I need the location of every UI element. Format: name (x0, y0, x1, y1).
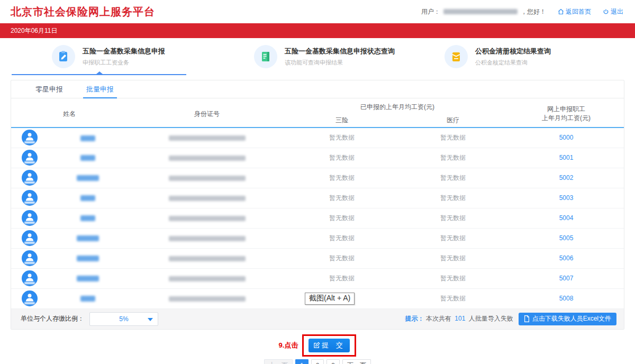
online-wage-link[interactable]: 5001 (509, 148, 624, 168)
home-icon (558, 8, 564, 15)
employee-name-redacted[interactable] (77, 175, 99, 181)
deposit-ratio-label: 单位与个人存缴比例： (21, 314, 84, 323)
id-number-redacted (169, 135, 246, 141)
tab-sporadic-declare[interactable]: 零星申报 (32, 80, 66, 98)
service-tab-fund-result-query[interactable]: 公积金清册核定结果查询 公积金核定结果查询 (423, 45, 614, 69)
pension-wage-cell: 暂无数据 (286, 168, 397, 188)
person-avatar-icon (22, 230, 38, 246)
page-button-1[interactable]: 1 (295, 359, 309, 364)
employee-name-redacted[interactable] (80, 155, 95, 161)
id-number-redacted (169, 156, 246, 161)
import-fail-tip: 提示： 本次共有 101 人批量导入失败 (405, 314, 513, 323)
employee-name-redacted[interactable] (80, 195, 95, 201)
service-tab-base-declare[interactable]: 五险一金基数采集信息申报 申报职工工资业务 (21, 45, 221, 69)
person-avatar-icon (22, 250, 38, 266)
medical-wage-cell: 暂无数据 (397, 268, 509, 288)
user-company-name-redacted (443, 9, 518, 14)
col-header-name: 姓名 (11, 98, 128, 128)
edit-icon (313, 342, 321, 349)
service-tabs: 五险一金基数采集信息申报 申报职工工资业务 五险一金基数采集信息申报状态查询 该… (0, 38, 635, 69)
employee-name-redacted[interactable] (77, 235, 99, 241)
pension-wage-cell: 暂无数据 (286, 188, 397, 208)
person-avatar-icon (22, 290, 38, 306)
pension-wage-cell: 暂无数据 (286, 248, 397, 268)
page-button-2[interactable]: 2 (311, 359, 324, 364)
screenshot-tooltip: 截图(Alt + A) (305, 293, 355, 305)
col-header-declared-group: 已申报的上年月均工资(元) (286, 98, 509, 114)
col-header-medical: 医疗 (397, 114, 509, 128)
home-link[interactable]: 返回首页 (558, 7, 591, 16)
service-subtitle: 公积金核定结果查询 (475, 59, 551, 67)
power-icon (603, 8, 609, 15)
tab-batch-declare[interactable]: 批量申报 (83, 80, 117, 98)
id-number-redacted (169, 276, 246, 281)
online-wage-link[interactable]: 5003 (509, 188, 624, 208)
employee-name-redacted[interactable] (77, 256, 99, 261)
medical-wage-cell: 暂无数据 (397, 228, 509, 248)
medical-wage-cell: 暂无数据 (397, 208, 509, 228)
file-download-icon (524, 315, 530, 322)
employee-table: 姓名 身份证号 已申报的上年月均工资(元) 网上申报职工 上年月均工资(元) 三… (11, 98, 624, 309)
table-row: 暂无数据 暂无数据 5002 (11, 168, 624, 188)
online-wage-link[interactable]: 5007 (509, 268, 624, 288)
pension-wage-cell: 暂无数据 (286, 128, 397, 148)
medical-wage-cell: 暂无数据 (397, 248, 509, 268)
online-wage-link[interactable]: 5000 (509, 128, 624, 148)
document-icon (254, 45, 277, 68)
table-row: 暂无数据 暂无数据 5006 (11, 248, 624, 268)
online-wage-link[interactable]: 5005 (509, 228, 624, 248)
deposit-ratio-value: 5% (119, 315, 128, 323)
annotation-highlight-box: 提 交 (302, 334, 356, 357)
user-prefix-label: 用户： (421, 7, 440, 16)
annotation-step-label: 9.点击 (279, 341, 298, 350)
person-avatar-icon (22, 170, 38, 186)
top-header: 北京市社会保险网上服务平台 用户： ，您好！ 返回首页 退出 (0, 0, 635, 23)
employee-name-redacted[interactable] (80, 135, 95, 141)
online-wage-link[interactable]: 5004 (509, 208, 624, 228)
employee-name-redacted[interactable] (77, 276, 99, 281)
download-failed-excel-button[interactable]: 点击下载失败人员Excel文件 (519, 313, 616, 325)
col-header-online-wage: 网上申报职工 上年月均工资(元) (509, 98, 624, 128)
employee-name-redacted[interactable] (80, 215, 95, 221)
deposit-ratio-select[interactable]: 5% (89, 312, 158, 326)
table-row: 暂无数据 暂无数据 5005 (11, 228, 624, 248)
pension-wage-cell: 暂无数据 (286, 148, 397, 168)
online-wage-link[interactable]: 5006 (509, 248, 624, 268)
fail-count: 101 (455, 315, 465, 322)
service-title: 公积金清册核定结果查询 (475, 47, 551, 56)
home-link-label: 返回首页 (566, 7, 591, 16)
date-bar: 2020年06月11日 (0, 23, 635, 38)
col-header-pension: 三险 (286, 114, 397, 128)
online-wage-link[interactable]: 5002 (509, 168, 624, 188)
person-avatar-icon (22, 130, 38, 145)
person-avatar-icon (22, 190, 38, 206)
person-avatar-icon (22, 150, 38, 166)
medical-wage-cell: 暂无数据 (397, 168, 509, 188)
service-title: 五险一金基数采集信息申报状态查询 (285, 47, 395, 56)
medical-wage-cell: 暂无数据 (397, 128, 509, 148)
col-header-id: 身份证号 (128, 98, 286, 128)
table-footer-bar: 单位与个人存缴比例： 5% 提示： 本次共有 101 人批量导入失败 (11, 309, 624, 329)
table-row: 暂无数据 暂无数据 5003 (11, 188, 624, 208)
table-row: 暂无数据 暂无数据 5004 (11, 208, 624, 228)
service-tab-status-query[interactable]: 五险一金基数采集信息申报状态查询 该功能可查询申报结果 (221, 45, 423, 69)
clipboard-pencil-icon (52, 45, 75, 68)
subtabs: 零星申报 批量申报 (11, 80, 624, 98)
person-avatar-icon (22, 270, 38, 286)
logout-link-label: 退出 (611, 7, 623, 16)
folder-icon (444, 45, 468, 68)
online-wage-link[interactable]: 5008 (509, 288, 624, 308)
page-button-3[interactable]: 3 (326, 359, 340, 364)
service-subtitle: 该功能可查询申报结果 (285, 59, 395, 67)
medical-wage-cell: 暂无数据 (397, 148, 509, 168)
prev-page-button[interactable]: 上一页 (264, 359, 293, 364)
id-number-redacted (169, 196, 246, 201)
id-number-redacted (169, 296, 246, 302)
logout-link[interactable]: 退出 (603, 7, 623, 16)
table-row: 暂无数据 暂无数据 5007 (11, 268, 624, 288)
submit-button[interactable]: 提 交 (309, 339, 350, 352)
table-header: 姓名 身份证号 已申报的上年月均工资(元) 网上申报职工 上年月均工资(元) 三… (11, 98, 624, 128)
employee-name-redacted[interactable] (80, 296, 95, 302)
table-body: 暂无数据 暂无数据 5000 暂无数据 暂无数据 5001 暂无数据 (11, 128, 624, 308)
next-page-button[interactable]: 下一页 (342, 359, 371, 364)
